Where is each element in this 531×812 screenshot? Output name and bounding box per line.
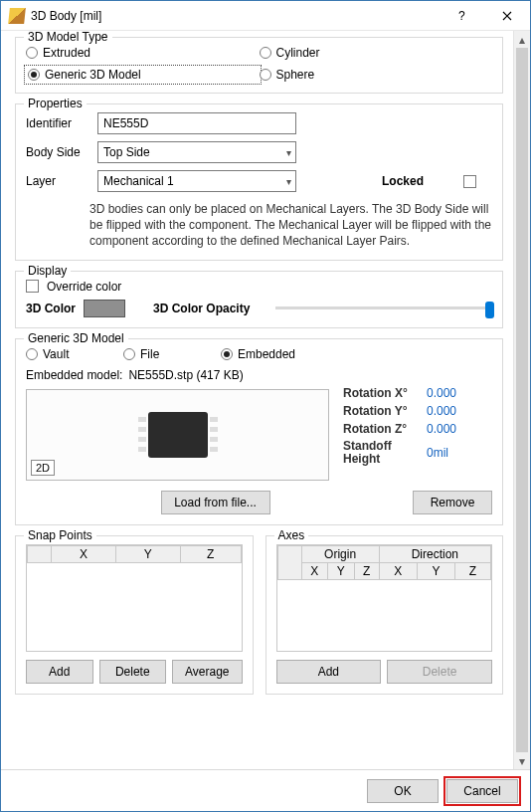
axes-add-button[interactable]: Add <box>276 660 382 684</box>
slider-handle[interactable] <box>485 302 494 318</box>
param-value: 0.000 <box>427 422 456 436</box>
radio-circle-icon <box>221 348 233 360</box>
rotation-x-row[interactable]: Rotation X° 0.000 <box>343 386 492 400</box>
window-title: 3D Body [mil] <box>31 9 439 23</box>
group-legend: Generic 3D Model <box>24 331 128 345</box>
group-generic: Generic 3D Model Vault File Embedded Emb… <box>15 338 503 525</box>
dialog-footer: OK Cancel <box>1 769 530 811</box>
preview-mode-badge[interactable]: 2D <box>31 460 55 476</box>
locked-label: Locked <box>382 174 424 188</box>
col-z: Z <box>455 562 491 579</box>
radio-circle-icon <box>26 348 38 360</box>
opacity-label: 3D Color Opacity <box>153 302 250 315</box>
scroll-up-icon[interactable]: ▴ <box>514 31 530 48</box>
col-z: Z <box>180 545 241 562</box>
col-x: X <box>52 545 116 562</box>
standoff-row[interactable]: Standoff Height 0mil <box>343 440 492 466</box>
axes-grid[interactable]: Origin Direction X Y Z X Y Z <box>276 544 493 652</box>
group-legend: Display <box>24 264 71 278</box>
body-side-select[interactable]: Top Side ▾ <box>97 141 296 163</box>
radio-circle-icon <box>28 69 40 81</box>
group-legend: Properties <box>24 97 87 110</box>
color-label: 3D Color <box>26 302 76 315</box>
identifier-input[interactable] <box>97 112 296 134</box>
radio-cylinder[interactable]: Cylinder <box>260 46 493 60</box>
axes-delete-button[interactable]: Delete <box>387 660 492 684</box>
chevron-down-icon: ▾ <box>286 147 291 158</box>
group-display: Display Override color 3D Color 3D Color… <box>15 271 503 328</box>
embedded-label: Embedded model: <box>26 368 122 382</box>
col-x: X <box>379 562 417 579</box>
radio-label: Extruded <box>43 46 90 60</box>
param-label: Rotation X° <box>343 386 421 400</box>
radio-generic[interactable]: Generic 3D Model <box>26 67 260 83</box>
color-swatch[interactable] <box>84 300 125 317</box>
body-side-label: Body Side <box>26 145 89 159</box>
param-value: 0.000 <box>427 386 456 400</box>
vertical-scrollbar[interactable]: ▴ ▾ <box>513 31 530 769</box>
param-value: 0.000 <box>427 404 456 418</box>
opacity-slider[interactable] <box>275 306 492 309</box>
col-z: Z <box>354 562 379 579</box>
radio-label: File <box>140 347 159 361</box>
scroll-down-icon[interactable]: ▾ <box>514 752 530 769</box>
param-label: Rotation Z° <box>343 422 421 436</box>
load-from-file-button[interactable]: Load from file... <box>161 491 270 514</box>
radio-vault[interactable]: Vault <box>26 347 115 361</box>
rotation-z-row[interactable]: Rotation Z° 0.000 <box>343 422 492 436</box>
col-x: X <box>301 562 328 579</box>
radio-embedded[interactable]: Embedded <box>221 347 295 361</box>
locked-checkbox[interactable] <box>463 175 476 188</box>
identifier-label: Identifier <box>26 116 89 130</box>
col-group-origin: Origin <box>301 545 379 562</box>
group-axes: Axes Origin Direction X Y Z X Y Z <box>266 535 504 695</box>
radio-circle-icon <box>260 69 271 81</box>
override-color-checkbox[interactable] <box>26 280 39 293</box>
param-label: Standoff Height <box>343 440 421 466</box>
embedded-name: NE555D.stp (417 KB) <box>128 368 243 382</box>
rotation-y-row[interactable]: Rotation Y° 0.000 <box>343 404 492 418</box>
layer-label: Layer <box>26 174 89 188</box>
select-value: Mechanical 1 <box>103 174 174 188</box>
snap-add-button[interactable]: Add <box>26 660 93 684</box>
radio-file[interactable]: File <box>123 347 213 361</box>
cancel-button[interactable]: Cancel <box>446 779 518 803</box>
scroll-thumb[interactable] <box>516 48 528 752</box>
col-y: Y <box>115 545 180 562</box>
dialog-body: 3D Model Type Extruded Cylinder Generic … <box>1 31 513 769</box>
chevron-down-icon: ▾ <box>286 176 291 187</box>
chip-icon <box>148 412 208 458</box>
radio-sphere[interactable]: Sphere <box>260 67 493 83</box>
param-value: 0mil <box>427 446 448 460</box>
help-button[interactable]: ? <box>439 1 484 31</box>
group-properties: Properties Identifier Body Side Top Side… <box>15 103 503 261</box>
svg-text:?: ? <box>458 11 465 21</box>
radio-label: Cylinder <box>276 46 320 60</box>
radio-label: Generic 3D Model <box>45 68 141 82</box>
radio-extruded[interactable]: Extruded <box>26 46 260 60</box>
group-model-type: 3D Model Type Extruded Cylinder Generic … <box>15 37 503 94</box>
remove-button[interactable]: Remove <box>413 491 492 514</box>
layer-select[interactable]: Mechanical 1 ▾ <box>97 170 296 192</box>
snap-delete-button[interactable]: Delete <box>99 660 167 684</box>
select-value: Top Side <box>103 145 150 159</box>
override-color-label: Override color <box>47 280 121 294</box>
radio-circle-icon <box>123 348 135 360</box>
radio-circle-icon <box>26 47 38 59</box>
group-legend: Snap Points <box>24 528 96 542</box>
radio-label: Sphere <box>276 68 315 82</box>
snap-grid[interactable]: X Y Z <box>26 544 243 652</box>
radio-label: Vault <box>43 347 69 361</box>
param-label: Rotation Y° <box>343 404 421 418</box>
col-y: Y <box>328 562 355 579</box>
properties-note: 3D bodies can only be placed on Mechanic… <box>26 199 492 250</box>
group-snap-points: Snap Points X Y Z Add Delete Average <box>15 535 254 695</box>
radio-label: Embedded <box>238 347 295 361</box>
ok-button[interactable]: OK <box>367 779 439 803</box>
group-legend: 3D Model Type <box>24 31 112 44</box>
titlebar: 3D Body [mil] ? <box>1 1 530 31</box>
snap-average-button[interactable]: Average <box>172 660 242 684</box>
close-button[interactable] <box>484 1 530 31</box>
col-y: Y <box>417 562 454 579</box>
model-preview[interactable]: 2D <box>26 389 329 481</box>
